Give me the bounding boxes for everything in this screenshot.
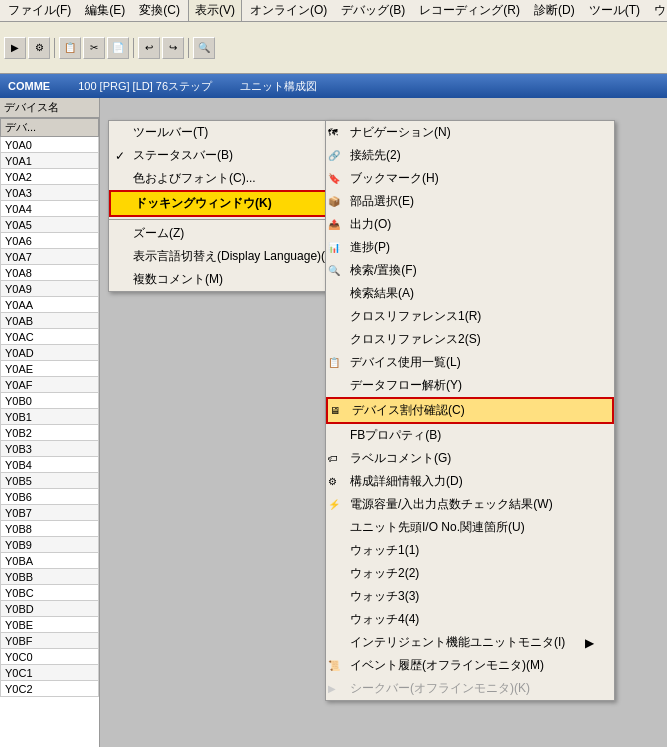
device-name-cell: Y0A8 bbox=[1, 265, 99, 281]
device-name-cell: Y0B2 bbox=[1, 425, 99, 441]
sub-watch2[interactable]: ウォッチ2(2) bbox=[326, 562, 614, 585]
device-row[interactable]: Y0B8 bbox=[1, 521, 99, 537]
bm-icon: 🔖 bbox=[328, 173, 340, 184]
sub-labelcomment[interactable]: 🏷 ラベルコメント(G) bbox=[326, 447, 614, 470]
menu-view[interactable]: 表示(V) bbox=[188, 0, 242, 22]
device-row[interactable]: Y0BA bbox=[1, 553, 99, 569]
nav-icon: 🗺 bbox=[328, 127, 338, 138]
toolbar-btn-8[interactable]: 🔍 bbox=[193, 37, 215, 59]
sub-devicelist[interactable]: 📋 デバイス使用一覧(L) bbox=[326, 351, 614, 374]
device-row[interactable]: Y0BE bbox=[1, 617, 99, 633]
device-row[interactable]: Y0A0 bbox=[1, 137, 99, 153]
device-row[interactable]: Y0A1 bbox=[1, 153, 99, 169]
sub-searchresult[interactable]: 検索結果(A) bbox=[326, 282, 614, 305]
menu-diagnose[interactable]: 診断(D) bbox=[528, 0, 581, 21]
sub-seekbar[interactable]: ▶ シークバー(オフラインモニタ)(K) bbox=[326, 677, 614, 700]
device-name-cell: Y0C0 bbox=[1, 649, 99, 665]
device-row[interactable]: Y0B6 bbox=[1, 489, 99, 505]
device-row[interactable]: Y0AE bbox=[1, 361, 99, 377]
sub-configdetail[interactable]: ⚙ 構成詳細情報入力(D) bbox=[326, 470, 614, 493]
device-row[interactable]: Y0B3 bbox=[1, 441, 99, 457]
menu-window[interactable]: ウィンドウ(W) bbox=[648, 0, 667, 21]
device-row[interactable]: Y0A6 bbox=[1, 233, 99, 249]
sub-watch1[interactable]: ウォッチ1(1) bbox=[326, 539, 614, 562]
device-row[interactable]: Y0A3 bbox=[1, 185, 99, 201]
device-row[interactable]: Y0B7 bbox=[1, 505, 99, 521]
device-row[interactable]: Y0A8 bbox=[1, 265, 99, 281]
sub-watch3[interactable]: ウォッチ3(3) bbox=[326, 585, 614, 608]
device-row[interactable]: Y0BD bbox=[1, 601, 99, 617]
toolbar-btn-2[interactable]: ⚙ bbox=[28, 37, 50, 59]
sub-progress[interactable]: 📊 進捗(P) bbox=[326, 236, 614, 259]
sub-eventhistory[interactable]: 📜 イベント履歴(オフラインモニタ)(M) bbox=[326, 654, 614, 677]
device-row[interactable]: Y0B4 bbox=[1, 457, 99, 473]
device-name-cell: Y0B0 bbox=[1, 393, 99, 409]
device-name-cell: Y0AA bbox=[1, 297, 99, 313]
device-panel: デバイス名 デバ... Y0A0Y0A1Y0A2Y0A3Y0A4Y0A5Y0A6… bbox=[0, 98, 100, 747]
app-bar: COMME 100 [PRG] [LD] 76ステップ ユニット構成図 bbox=[0, 74, 667, 98]
toolbar-btn-4[interactable]: ✂ bbox=[83, 37, 105, 59]
device-row[interactable]: Y0B1 bbox=[1, 409, 99, 425]
sub-dataflow[interactable]: データフロー解析(Y) bbox=[326, 374, 614, 397]
device-name-cell: Y0AD bbox=[1, 345, 99, 361]
intmonitor-arrow: ▶ bbox=[585, 636, 594, 650]
toolbar-btn-6[interactable]: ↩ bbox=[138, 37, 160, 59]
device-row[interactable]: Y0A9 bbox=[1, 281, 99, 297]
device-row[interactable]: Y0C0 bbox=[1, 649, 99, 665]
menu-online[interactable]: オンライン(O) bbox=[244, 0, 333, 21]
device-name-cell: Y0AF bbox=[1, 377, 99, 393]
device-row[interactable]: Y0B0 bbox=[1, 393, 99, 409]
device-row[interactable]: Y0BC bbox=[1, 585, 99, 601]
parts-icon: 📦 bbox=[328, 196, 340, 207]
menu-file[interactable]: ファイル(F) bbox=[2, 0, 77, 21]
menu-debug[interactable]: デバッグ(B) bbox=[335, 0, 411, 21]
sub-cross2[interactable]: クロスリファレンス2(S) bbox=[326, 328, 614, 351]
sub-deviceassign[interactable]: 🖥 デバイス割付確認(C) bbox=[326, 397, 614, 424]
sub-powercheck[interactable]: ⚡ 電源容量/入出力点数チェック結果(W) bbox=[326, 493, 614, 516]
menu-edit[interactable]: 編集(E) bbox=[79, 0, 131, 21]
device-row[interactable]: Y0A4 bbox=[1, 201, 99, 217]
device-name-cell: Y0A2 bbox=[1, 169, 99, 185]
device-row[interactable]: Y0AA bbox=[1, 297, 99, 313]
device-row[interactable]: Y0A2 bbox=[1, 169, 99, 185]
toolbar-btn-3[interactable]: 📋 bbox=[59, 37, 81, 59]
device-name-cell: Y0AB bbox=[1, 313, 99, 329]
menu-convert[interactable]: 変換(C) bbox=[133, 0, 186, 21]
device-row[interactable]: Y0B5 bbox=[1, 473, 99, 489]
devassign-icon: 🖥 bbox=[330, 405, 340, 416]
sub-parts[interactable]: 📦 部品選択(E) bbox=[326, 190, 614, 213]
sub-searchreplace[interactable]: 🔍 検索/置換(F) bbox=[326, 259, 614, 282]
sub-navigation[interactable]: 🗺 ナビゲーション(N) bbox=[326, 121, 614, 144]
device-row[interactable]: Y0C2 bbox=[1, 681, 99, 697]
sub-output[interactable]: 📤 出力(O) bbox=[326, 213, 614, 236]
sub-fbprop[interactable]: FBプロパティ(B) bbox=[326, 424, 614, 447]
toolbar-btn-1[interactable]: ▶ bbox=[4, 37, 26, 59]
menu-tools[interactable]: ツール(T) bbox=[583, 0, 646, 21]
device-row[interactable]: Y0B2 bbox=[1, 425, 99, 441]
device-row[interactable]: Y0AB bbox=[1, 313, 99, 329]
device-name-cell: Y0BB bbox=[1, 569, 99, 585]
device-row[interactable]: Y0AC bbox=[1, 329, 99, 345]
docking-submenu[interactable]: 🗺 ナビゲーション(N) 🔗 接続先(2) 🔖 ブックマーク(H) 📦 部品選択… bbox=[325, 120, 615, 701]
sub-bookmark[interactable]: 🔖 ブックマーク(H) bbox=[326, 167, 614, 190]
device-row[interactable]: Y0AD bbox=[1, 345, 99, 361]
sub-connection[interactable]: 🔗 接続先(2) bbox=[326, 144, 614, 167]
device-row[interactable]: Y0A5 bbox=[1, 217, 99, 233]
unit-config: ユニット構成図 bbox=[240, 79, 317, 94]
toolbar-btn-5[interactable]: 📄 bbox=[107, 37, 129, 59]
device-row[interactable]: Y0AF bbox=[1, 377, 99, 393]
device-name-cell: Y0B6 bbox=[1, 489, 99, 505]
sub-cross1[interactable]: クロスリファレンス1(R) bbox=[326, 305, 614, 328]
device-name-cell: Y0BA bbox=[1, 553, 99, 569]
sub-watch4[interactable]: ウォッチ4(4) bbox=[326, 608, 614, 631]
device-row[interactable]: Y0B9 bbox=[1, 537, 99, 553]
device-row[interactable]: Y0C1 bbox=[1, 665, 99, 681]
device-name-cell: Y0C1 bbox=[1, 665, 99, 681]
menu-recording[interactable]: レコーディング(R) bbox=[413, 0, 526, 21]
device-row[interactable]: Y0BF bbox=[1, 633, 99, 649]
sub-unitio[interactable]: ユニット先頭I/O No.関連箇所(U) bbox=[326, 516, 614, 539]
toolbar-btn-7[interactable]: ↪ bbox=[162, 37, 184, 59]
device-row[interactable]: Y0A7 bbox=[1, 249, 99, 265]
sub-intmonitor[interactable]: インテリジェント機能ユニットモニタ(I) ▶ bbox=[326, 631, 614, 654]
device-row[interactable]: Y0BB bbox=[1, 569, 99, 585]
